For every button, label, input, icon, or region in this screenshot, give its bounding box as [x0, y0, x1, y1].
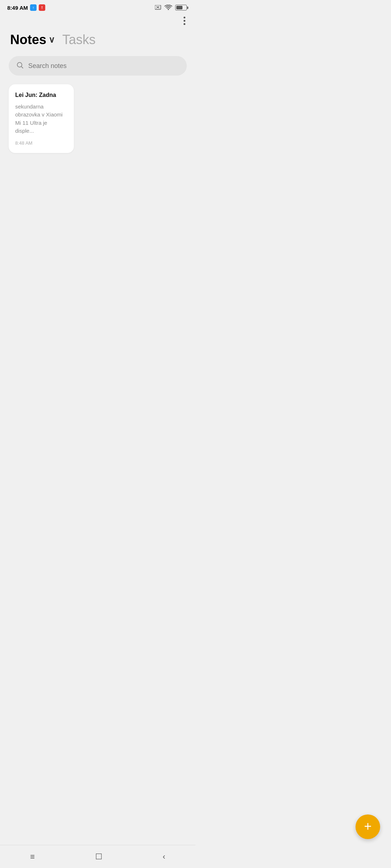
note-card-0[interactable]: Lei Jun: Zadna sekundarna obrazovka v Xi…: [9, 84, 74, 153]
svg-point-3: [168, 9, 169, 10]
tab-header: Notes ∨ Tasks: [0, 29, 196, 55]
note-preview-0: sekundarna obrazovka v Xiaomi Mi 11 Ultr…: [15, 103, 67, 135]
status-time: 8:49 AM: [7, 5, 28, 11]
status-bar: 8:49 AM ↑ !: [0, 0, 196, 14]
notes-list: Lei Jun: Zadna sekundarna obrazovka v Xi…: [0, 84, 196, 153]
search-icon: [16, 61, 24, 71]
overflow-dot-3: [184, 23, 185, 25]
overflow-dot-1: [184, 17, 185, 18]
overflow-menu-button[interactable]: [181, 15, 188, 26]
battery-icon: [175, 5, 188, 10]
notes-label: Notes: [10, 32, 46, 47]
search-input[interactable]: [28, 62, 180, 70]
status-right: [155, 5, 188, 10]
note-title-0: Lei Jun: Zadna: [15, 92, 67, 99]
wifi-icon: [164, 5, 172, 10]
close-icon: [155, 5, 161, 10]
tab-notes[interactable]: Notes ∨: [10, 32, 55, 47]
status-left: 8:49 AM ↑ !: [7, 4, 45, 11]
tab-tasks[interactable]: Tasks: [62, 32, 96, 47]
upload-icon: ↑: [30, 4, 37, 11]
alert-icon: !: [39, 4, 45, 11]
top-bar: [0, 14, 196, 29]
search-container: [0, 55, 196, 84]
note-time-0: 8:48 AM: [15, 140, 67, 146]
chevron-down-icon: ∨: [49, 35, 55, 45]
search-bar[interactable]: [9, 56, 187, 76]
svg-line-5: [21, 67, 23, 68]
overflow-dot-2: [184, 20, 185, 22]
